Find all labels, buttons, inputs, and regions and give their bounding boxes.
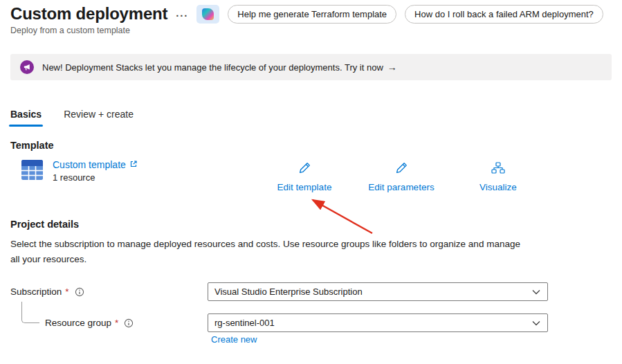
project-details-description: Select the subscription to manage deploy… [10,237,531,266]
external-link-icon [129,159,138,170]
banner-message: New! Deployment Stacks let you manage th… [42,62,383,73]
banner-arrow: → [387,62,397,73]
edit-parameters-label: Edit parameters [368,182,434,192]
copilot-suggestion-terraform[interactable]: Help me generate Terraform template [228,5,396,24]
resource-group-value: rg-sentinel-001 [214,318,275,328]
more-options-button[interactable]: ··· [176,10,188,21]
page-title: Custom deployment [10,4,167,24]
visualize-label: Visualize [479,182,517,192]
template-heading: Template [10,140,54,151]
banner-text: New! Deployment Stacks let you manage th… [42,62,397,73]
template-resource-count: 1 resource [53,172,138,183]
annotation-arrow [304,195,382,238]
edit-template-label: Edit template [277,182,332,192]
page-header: Custom deployment ··· Help me generate T… [10,4,619,35]
pencil-icon [299,162,311,176]
megaphone-icon [20,60,34,74]
chevron-down-icon [532,318,540,328]
tab-basics-label: Basics [10,109,42,120]
subscription-label-row: Subscription * [10,282,84,301]
info-icon[interactable] [124,318,134,328]
custom-template-link[interactable]: Custom template [53,159,138,170]
resource-group-label: Resource group [45,318,111,328]
copilot-button[interactable] [196,5,219,24]
tab-review-create-label: Review + create [64,109,134,120]
template-actions: Edit template Edit parameters Visualiz [266,162,536,192]
project-details-heading: Project details [10,219,79,230]
tab-bar: Basics Review + create [10,109,134,124]
chevron-down-icon [532,286,540,297]
tab-basics[interactable]: Basics [10,109,42,124]
custom-template-link-label: Custom template [53,159,126,170]
visualize-button[interactable]: Visualize [460,162,536,192]
edit-parameters-button[interactable]: Edit parameters [363,162,439,192]
resource-group-required-marker: * [115,318,118,328]
custom-deployment-page: Custom deployment ··· Help me generate T… [0,0,622,364]
page-subtitle: Deploy from a custom template [10,26,619,35]
info-icon[interactable] [75,287,84,297]
template-table-icon [21,159,44,183]
resource-group-label-row: Resource group * [45,313,134,332]
copilot-suggestion-rollback[interactable]: How do I roll back a failed ARM deployme… [405,5,603,24]
tab-review-create[interactable]: Review + create [64,109,134,124]
pencil-icon [396,162,408,176]
edit-template-button[interactable]: Edit template [266,162,342,192]
deployment-stacks-banner[interactable]: New! Deployment Stacks let you manage th… [10,54,612,80]
resource-group-dropdown[interactable]: rg-sentinel-001 [208,313,548,332]
subscription-label: Subscription [10,286,62,297]
subscription-required-marker: * [65,286,68,297]
subscription-value: Visual Studio Enterprise Subscription [214,286,363,297]
template-summary: Custom template 1 resource [21,159,138,183]
flowchart-icon [491,162,505,176]
copilot-icon [202,8,214,20]
create-new-link[interactable]: Create new [211,334,257,345]
tree-connector [21,302,39,323]
subscription-dropdown[interactable]: Visual Studio Enterprise Subscription [208,282,548,301]
